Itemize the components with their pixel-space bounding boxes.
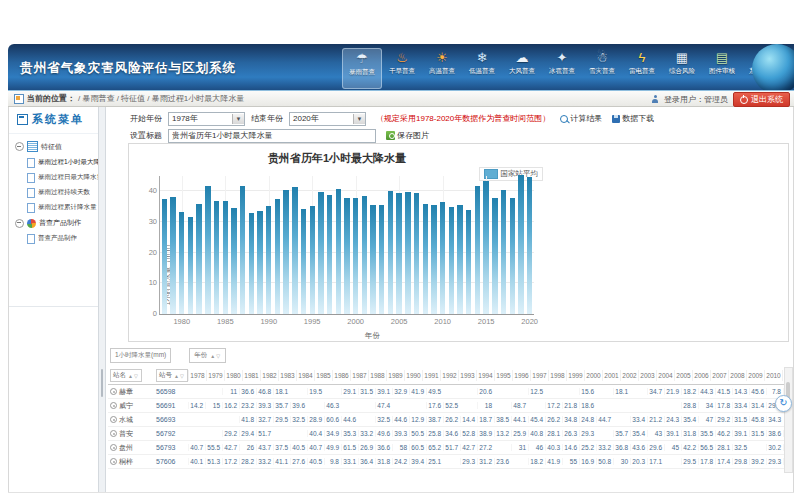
row-radio[interactable]	[110, 430, 117, 437]
value-cell: 28.9	[307, 416, 324, 423]
nav-item-rainstorm[interactable]: ☂暴雨普查	[342, 48, 382, 89]
value-cell: 44.6	[341, 416, 358, 423]
row-radio[interactable]	[110, 444, 117, 451]
value-cell: 40.5	[307, 458, 324, 465]
station-name-header[interactable]: 站名 ▲▽	[110, 369, 142, 382]
splitter-handle[interactable]	[101, 369, 103, 397]
value-cell: 32.5	[375, 416, 392, 423]
tree-group-header[interactable]: 普查产品制作	[13, 215, 98, 231]
nav-item-snow[interactable]: ☃雪灾普查	[582, 48, 622, 87]
year-column-header[interactable]: 1994	[476, 370, 494, 381]
table-scrollbar[interactable]	[784, 367, 793, 473]
nav-item-low-temp[interactable]: ❄低温普查	[462, 48, 502, 87]
year-column-header[interactable]: 1985	[314, 370, 332, 381]
year-column-header[interactable]: 1996	[512, 370, 530, 381]
nav-item-risk[interactable]: ▦综合风险	[662, 48, 702, 87]
value-cell: 40.5	[290, 444, 307, 451]
nav-item-hail[interactable]: ✦冰雹普查	[542, 48, 582, 87]
sidebar-splitter[interactable]	[98, 107, 106, 492]
sidebar-title: 系统菜单	[32, 112, 84, 127]
value-cell: 25.1	[426, 458, 443, 465]
year-column-header[interactable]: 1987	[350, 370, 368, 381]
value-cell: 47.4	[375, 402, 392, 409]
y-tick-label: 40	[142, 186, 157, 195]
year-column-header[interactable]: 1988	[368, 370, 386, 381]
station-id-header[interactable]: 站号 ▲▽	[156, 369, 188, 382]
value-cell: 28.1	[715, 444, 732, 451]
value-cell: 24.3	[664, 416, 681, 423]
sidebar-item-0-0[interactable]: 暴雨过程1小时最大降水量	[13, 155, 98, 170]
save-image-button[interactable]: 保存图片	[386, 130, 429, 141]
data-download-button[interactable]: 数据下载	[612, 113, 654, 124]
value-cell: 35.3	[341, 430, 358, 437]
nav-item-wind[interactable]: ☁大风普查	[502, 48, 542, 87]
collapse-icon[interactable]	[15, 219, 24, 228]
value-cell: 21.2	[647, 416, 664, 423]
year-column-header[interactable]: 2010	[764, 370, 782, 381]
end-year-label: 结束年份	[251, 113, 283, 124]
year-column-header[interactable]: 2009	[746, 370, 764, 381]
row-radio[interactable]	[110, 458, 117, 465]
year-column-header[interactable]: 1999	[566, 370, 584, 381]
year-column-header[interactable]: 2007	[710, 370, 728, 381]
value-cell: 41.5	[715, 388, 732, 395]
toolbar-row-1: 开始年份 1978年 ▼ 结束年份 2020年 ▼ （规定采用1978-2020…	[130, 111, 793, 126]
year-column-header[interactable]: 1998	[548, 370, 566, 381]
sidebar-item-1-0[interactable]: 普查产品制作	[13, 231, 98, 246]
year-column-header[interactable]: 1982	[260, 370, 278, 381]
year-column-header[interactable]: 1978	[188, 370, 206, 381]
end-year-select[interactable]: 2020年 ▼	[289, 112, 366, 126]
chevron-down-icon: ▼	[232, 114, 244, 124]
year-column-header[interactable]: 2003	[638, 370, 656, 381]
year-column-header[interactable]: 1995	[494, 370, 512, 381]
year-column-header[interactable]: 2004	[656, 370, 674, 381]
row-radio[interactable]	[110, 402, 117, 409]
year-column-header[interactable]: 1980	[224, 370, 242, 381]
year-column-header[interactable]: 1981	[242, 370, 260, 381]
table-row: 盘州5679340.755.542.72643.737.540.540.749.…	[108, 441, 793, 455]
year-column-header[interactable]: 1979	[206, 370, 224, 381]
sidebar-item-0-2[interactable]: 暴雨过程持续天数	[13, 185, 98, 200]
year-column-header[interactable]: 2000	[584, 370, 602, 381]
value-cell: 43.6	[630, 444, 647, 451]
x-tick-label: 2005	[387, 317, 411, 326]
nav-item-lightning[interactable]: ϟ雷电普查	[622, 48, 662, 87]
value-cell: 61.5	[341, 444, 358, 451]
value-cell: 40.4	[307, 430, 324, 437]
year-column-header[interactable]: 1986	[332, 370, 350, 381]
logout-button[interactable]: 退出系统	[733, 92, 790, 107]
value-cell: 38.7	[426, 416, 443, 423]
year-column-header[interactable]: 1990	[404, 370, 422, 381]
refresh-button[interactable]: ↻	[775, 395, 792, 412]
field-filter-box[interactable]: 1小时降水量(mm)	[110, 348, 171, 363]
year-column-header[interactable]: 1984	[296, 370, 314, 381]
row-radio[interactable]	[110, 388, 117, 395]
year-column-header[interactable]: 2005	[674, 370, 692, 381]
year-column-header[interactable]: 2002	[620, 370, 638, 381]
nav-item-map-review[interactable]: ▤图件审核	[702, 48, 742, 87]
nav-item-drought[interactable]: ♨干旱普查	[382, 48, 422, 87]
start-year-select[interactable]: 1978年 ▼	[168, 112, 245, 126]
nav-item-high-temp[interactable]: ☀高温普查	[422, 48, 462, 87]
value-cell: 45.8	[749, 416, 766, 423]
year-column-header[interactable]: 2008	[728, 370, 746, 381]
row-radio[interactable]	[110, 416, 117, 423]
year-column-header[interactable]: 1991	[422, 370, 440, 381]
sidebar-item-0-1[interactable]: 暴雨过程日最大降水量	[13, 170, 98, 185]
year-column-header[interactable]: 2006	[692, 370, 710, 381]
station-name-header-label: 站名	[113, 371, 126, 380]
year-column-header[interactable]: 1997	[530, 370, 548, 381]
sidebar-item-0-3[interactable]: 暴雨过程累计降水量	[13, 200, 98, 215]
year-column-header[interactable]: 1992	[440, 370, 458, 381]
value-cell: 44.6	[392, 416, 409, 423]
tree-group-header[interactable]: 特征值	[13, 138, 98, 155]
year-column-header[interactable]: 1993	[458, 370, 476, 381]
year-column-header[interactable]: 1989	[386, 370, 404, 381]
year-column-header[interactable]: 1983	[278, 370, 296, 381]
calc-result-button[interactable]: 计算结果	[560, 113, 602, 124]
year-column-header[interactable]: 2001	[602, 370, 620, 381]
collapse-icon[interactable]	[15, 142, 24, 151]
chart-title-input[interactable]	[168, 129, 376, 143]
bar-2017	[501, 190, 506, 314]
year-sort-box[interactable]: 年份 ▲▽	[189, 348, 226, 363]
